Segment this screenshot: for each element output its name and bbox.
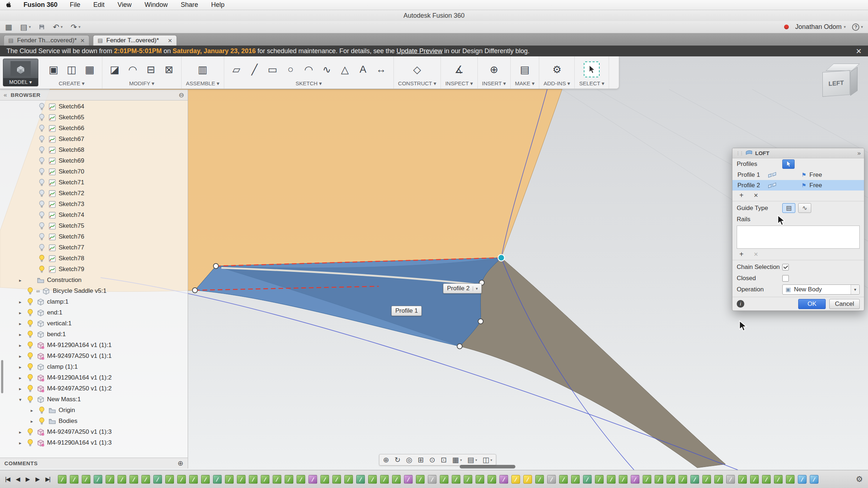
timeline-feature-53[interactable]: [678, 475, 687, 484]
profile-point[interactable]: [457, 344, 462, 349]
browser-item-sketch73[interactable]: Sketch73: [0, 199, 188, 210]
pan-icon[interactable]: ⊕: [383, 455, 389, 464]
timeline-feature-37[interactable]: [488, 475, 496, 484]
closed-checkbox[interactable]: [782, 275, 789, 282]
new-component-icon[interactable]: ▥: [195, 61, 210, 77]
guide-type-rails-button[interactable]: ▤: [782, 203, 795, 213]
profile-row[interactable]: Profile 1⚑Free: [732, 170, 864, 180]
remove-rail-button[interactable]: ×: [752, 251, 760, 258]
visibility-bulb-icon[interactable]: [38, 200, 46, 209]
help-menu[interactable]: ? ▾: [852, 23, 863, 31]
visibility-bulb-icon[interactable]: [26, 439, 34, 447]
browser-item-m4-92497a250-v1-1-3[interactable]: ▸M4-92497A250 v1 (1):3: [0, 427, 188, 437]
browser-item-m4-91290a164-v1-1-1[interactable]: ▸M4-91290A164 v1 (1):1: [0, 340, 188, 351]
fit-icon[interactable]: ⊡: [441, 455, 447, 464]
visibility-bulb-icon[interactable]: [38, 146, 46, 154]
timeline-feature-50[interactable]: [643, 475, 651, 484]
browser-item-sketch76[interactable]: Sketch76: [0, 231, 188, 242]
grid-display-icon[interactable]: ▤▾: [467, 455, 477, 464]
orbit-icon[interactable]: ↻: [395, 455, 401, 464]
visibility-bulb-icon[interactable]: [26, 428, 34, 436]
press-pull-icon[interactable]: ◪: [107, 61, 123, 77]
browser-item-m4-91290a164-v1-1-3[interactable]: ▸M4-91290A164 v1 (1):3: [0, 437, 188, 448]
timeline-feature-2[interactable]: [70, 475, 78, 484]
visibility-bulb-icon[interactable]: [38, 179, 46, 187]
timeline-feature-43[interactable]: [559, 475, 568, 484]
timeline-feature-14[interactable]: [213, 475, 222, 484]
visibility-bulb-icon[interactable]: [38, 417, 46, 425]
tree-expand-arrow-icon[interactable]: ▸: [17, 386, 24, 391]
chain-selection-checkbox[interactable]: [782, 264, 789, 270]
timeline-feature-48[interactable]: [619, 475, 627, 484]
visibility-bulb-icon[interactable]: [38, 222, 46, 230]
visibility-bulb-icon[interactable]: [26, 309, 34, 317]
tree-expand-arrow-icon[interactable]: ▸: [17, 375, 24, 381]
timeline-feature-42[interactable]: [547, 475, 556, 484]
tree-expand-arrow-icon[interactable]: ▸: [17, 278, 24, 283]
dimension-icon[interactable]: ↔: [373, 61, 389, 77]
visibility-bulb-icon[interactable]: [38, 135, 46, 144]
tree-expand-arrow-icon[interactable]: ▸: [17, 332, 24, 337]
visibility-bulb-icon[interactable]: [26, 298, 34, 306]
timeline-feature-29[interactable]: [392, 475, 401, 484]
create-box-icon[interactable]: ◫: [64, 61, 80, 77]
text-icon[interactable]: A: [355, 61, 371, 77]
browser-item-sketch69[interactable]: Sketch69: [0, 155, 188, 166]
visibility-bulb-icon[interactable]: [38, 254, 46, 263]
timeline-feature-22[interactable]: [309, 475, 317, 484]
browser-item-sketch67[interactable]: Sketch67: [0, 134, 188, 145]
panel-collapse-icon[interactable]: «: [4, 91, 7, 99]
visibility-bulb-icon[interactable]: [38, 244, 46, 252]
timeline-feature-30[interactable]: [404, 475, 413, 484]
visibility-bulb-icon[interactable]: [38, 265, 46, 274]
browser-scrollbar[interactable]: [1, 360, 3, 393]
timeline-feature-24[interactable]: [332, 475, 341, 484]
browser-item-sketch66[interactable]: Sketch66: [0, 123, 188, 134]
browser-item-m4-91290a164-v1-1-2[interactable]: ▸M4-91290A164 v1 (1):2: [0, 372, 188, 383]
visibility-bulb-icon[interactable]: [26, 341, 34, 350]
timeline-feature-20[interactable]: [285, 475, 293, 484]
timeline-feature-8[interactable]: [141, 475, 150, 484]
zoom-window-icon[interactable]: ⊞: [418, 455, 424, 464]
browser-item-clamp-1-1[interactable]: ▸clamp (1):1: [0, 361, 188, 372]
timeline-feature-40[interactable]: [523, 475, 532, 484]
timeline-feature-32[interactable]: [428, 475, 437, 484]
insert-mesh-icon[interactable]: ⊕: [486, 61, 502, 77]
tree-expand-arrow-icon[interactable]: ▸: [28, 408, 35, 413]
comments-bar[interactable]: COMMENTS ⊕: [0, 458, 188, 468]
timeline-feature-6[interactable]: [118, 475, 126, 484]
tree-expand-arrow-icon[interactable]: ▸: [17, 364, 24, 370]
menu-share[interactable]: Share: [181, 1, 198, 9]
profile-1-tag[interactable]: Profile 1: [391, 306, 422, 316]
browser-item-origin[interactable]: ▸Origin: [0, 405, 188, 416]
combine-icon[interactable]: ⊠: [161, 61, 177, 77]
redo-icon[interactable]: ↷▾: [71, 23, 80, 31]
browser-item-sketch65[interactable]: Sketch65: [0, 112, 188, 123]
timeline-feature-33[interactable]: [440, 475, 448, 484]
timeline-feature-3[interactable]: [82, 475, 90, 484]
browser-item-bend-1[interactable]: ▸bend:1: [0, 329, 188, 340]
menu-window[interactable]: Window: [145, 1, 168, 9]
panel-minimize-icon[interactable]: ⊖: [179, 91, 184, 99]
browser-item-sketch72[interactable]: Sketch72: [0, 188, 188, 199]
browser-item-sketch71[interactable]: Sketch71: [0, 177, 188, 188]
browser-item-sketch70[interactable]: Sketch70: [0, 166, 188, 177]
tree-collapse-arrow-icon[interactable]: ▾: [17, 397, 24, 402]
menu-file[interactable]: File: [70, 1, 80, 9]
data-panel-icon[interactable]: ▦: [5, 23, 12, 31]
timeline-feature-46[interactable]: [595, 475, 604, 484]
timeline-feature-23[interactable]: [320, 475, 329, 484]
tree-expand-arrow-icon[interactable]: ▸: [17, 440, 24, 446]
timeline-feature-19[interactable]: [273, 475, 281, 484]
plane-icon[interactable]: ◇: [409, 61, 425, 77]
menu-view[interactable]: View: [118, 1, 132, 9]
look-at-icon[interactable]: ◎: [406, 455, 412, 464]
ribbon-dropdown-modify[interactable]: MODIFY ▾: [129, 80, 154, 87]
info-icon[interactable]: i: [737, 300, 744, 308]
chevron-down-icon[interactable]: ▾: [473, 286, 478, 291]
fillet-icon[interactable]: ◠: [125, 61, 141, 77]
tab-close-icon[interactable]: ×: [168, 37, 172, 44]
viewcube-side-face[interactable]: [850, 67, 858, 96]
workspace-switcher-model[interactable]: MODEL ▾: [3, 59, 38, 86]
tree-expand-arrow-icon[interactable]: ▸: [17, 310, 24, 316]
